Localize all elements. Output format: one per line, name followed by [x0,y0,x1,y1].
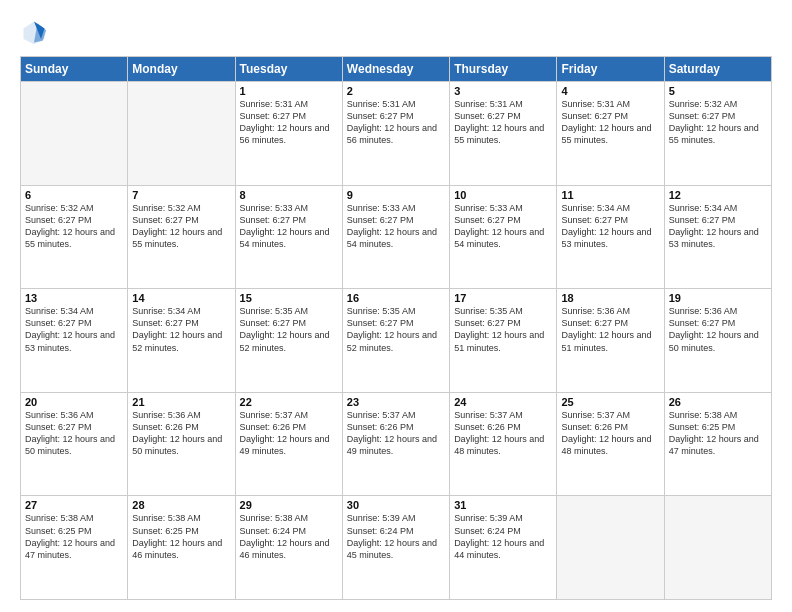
day-number: 31 [454,499,552,511]
day-number: 8 [240,189,338,201]
calendar-day-header: Monday [128,57,235,82]
day-number: 25 [561,396,659,408]
calendar-day-header: Tuesday [235,57,342,82]
day-number: 21 [132,396,230,408]
calendar-cell: 9Sunrise: 5:33 AM Sunset: 6:27 PM Daylig… [342,185,449,289]
calendar-cell: 4Sunrise: 5:31 AM Sunset: 6:27 PM Daylig… [557,82,664,186]
day-number: 10 [454,189,552,201]
day-info: Sunrise: 5:36 AM Sunset: 6:27 PM Dayligh… [561,305,659,354]
day-number: 29 [240,499,338,511]
day-info: Sunrise: 5:37 AM Sunset: 6:26 PM Dayligh… [347,409,445,458]
calendar-cell: 20Sunrise: 5:36 AM Sunset: 6:27 PM Dayli… [21,392,128,496]
calendar-cell: 3Sunrise: 5:31 AM Sunset: 6:27 PM Daylig… [450,82,557,186]
day-info: Sunrise: 5:35 AM Sunset: 6:27 PM Dayligh… [240,305,338,354]
day-info: Sunrise: 5:38 AM Sunset: 6:25 PM Dayligh… [132,512,230,561]
day-number: 26 [669,396,767,408]
day-number: 22 [240,396,338,408]
day-number: 16 [347,292,445,304]
day-info: Sunrise: 5:37 AM Sunset: 6:26 PM Dayligh… [454,409,552,458]
calendar-cell: 28Sunrise: 5:38 AM Sunset: 6:25 PM Dayli… [128,496,235,600]
day-info: Sunrise: 5:35 AM Sunset: 6:27 PM Dayligh… [454,305,552,354]
calendar-day-header: Friday [557,57,664,82]
calendar-cell: 14Sunrise: 5:34 AM Sunset: 6:27 PM Dayli… [128,289,235,393]
calendar-cell: 2Sunrise: 5:31 AM Sunset: 6:27 PM Daylig… [342,82,449,186]
day-number: 19 [669,292,767,304]
day-number: 30 [347,499,445,511]
calendar-cell: 7Sunrise: 5:32 AM Sunset: 6:27 PM Daylig… [128,185,235,289]
day-info: Sunrise: 5:31 AM Sunset: 6:27 PM Dayligh… [454,98,552,147]
day-info: Sunrise: 5:38 AM Sunset: 6:25 PM Dayligh… [25,512,123,561]
page-header [20,18,772,46]
day-number: 14 [132,292,230,304]
calendar-cell: 12Sunrise: 5:34 AM Sunset: 6:27 PM Dayli… [664,185,771,289]
calendar-cell: 23Sunrise: 5:37 AM Sunset: 6:26 PM Dayli… [342,392,449,496]
calendar-day-header: Wednesday [342,57,449,82]
calendar-week-row: 1Sunrise: 5:31 AM Sunset: 6:27 PM Daylig… [21,82,772,186]
logo [20,18,52,46]
day-info: Sunrise: 5:34 AM Sunset: 6:27 PM Dayligh… [132,305,230,354]
day-info: Sunrise: 5:31 AM Sunset: 6:27 PM Dayligh… [561,98,659,147]
calendar-cell: 17Sunrise: 5:35 AM Sunset: 6:27 PM Dayli… [450,289,557,393]
day-number: 7 [132,189,230,201]
day-info: Sunrise: 5:37 AM Sunset: 6:26 PM Dayligh… [561,409,659,458]
day-number: 13 [25,292,123,304]
calendar-cell [21,82,128,186]
calendar-cell [557,496,664,600]
day-number: 23 [347,396,445,408]
day-info: Sunrise: 5:34 AM Sunset: 6:27 PM Dayligh… [25,305,123,354]
calendar-cell: 15Sunrise: 5:35 AM Sunset: 6:27 PM Dayli… [235,289,342,393]
day-number: 28 [132,499,230,511]
day-info: Sunrise: 5:37 AM Sunset: 6:26 PM Dayligh… [240,409,338,458]
calendar-cell: 31Sunrise: 5:39 AM Sunset: 6:24 PM Dayli… [450,496,557,600]
calendar-cell: 29Sunrise: 5:38 AM Sunset: 6:24 PM Dayli… [235,496,342,600]
day-info: Sunrise: 5:36 AM Sunset: 6:26 PM Dayligh… [132,409,230,458]
day-info: Sunrise: 5:31 AM Sunset: 6:27 PM Dayligh… [240,98,338,147]
calendar-cell [664,496,771,600]
day-number: 3 [454,85,552,97]
calendar-cell [128,82,235,186]
calendar-day-header: Thursday [450,57,557,82]
calendar-table: SundayMondayTuesdayWednesdayThursdayFrid… [20,56,772,600]
day-info: Sunrise: 5:38 AM Sunset: 6:25 PM Dayligh… [669,409,767,458]
calendar-week-row: 20Sunrise: 5:36 AM Sunset: 6:27 PM Dayli… [21,392,772,496]
calendar-cell: 1Sunrise: 5:31 AM Sunset: 6:27 PM Daylig… [235,82,342,186]
logo-icon [20,18,48,46]
day-number: 24 [454,396,552,408]
calendar-cell: 10Sunrise: 5:33 AM Sunset: 6:27 PM Dayli… [450,185,557,289]
calendar-day-header: Saturday [664,57,771,82]
calendar-cell: 22Sunrise: 5:37 AM Sunset: 6:26 PM Dayli… [235,392,342,496]
calendar-cell: 6Sunrise: 5:32 AM Sunset: 6:27 PM Daylig… [21,185,128,289]
calendar-cell: 21Sunrise: 5:36 AM Sunset: 6:26 PM Dayli… [128,392,235,496]
day-number: 6 [25,189,123,201]
calendar-cell: 30Sunrise: 5:39 AM Sunset: 6:24 PM Dayli… [342,496,449,600]
calendar-cell: 18Sunrise: 5:36 AM Sunset: 6:27 PM Dayli… [557,289,664,393]
day-number: 15 [240,292,338,304]
calendar-cell: 16Sunrise: 5:35 AM Sunset: 6:27 PM Dayli… [342,289,449,393]
day-number: 20 [25,396,123,408]
day-number: 5 [669,85,767,97]
day-number: 12 [669,189,767,201]
calendar-day-header: Sunday [21,57,128,82]
calendar-cell: 13Sunrise: 5:34 AM Sunset: 6:27 PM Dayli… [21,289,128,393]
calendar-cell: 8Sunrise: 5:33 AM Sunset: 6:27 PM Daylig… [235,185,342,289]
calendar-cell: 11Sunrise: 5:34 AM Sunset: 6:27 PM Dayli… [557,185,664,289]
day-info: Sunrise: 5:32 AM Sunset: 6:27 PM Dayligh… [132,202,230,251]
day-info: Sunrise: 5:39 AM Sunset: 6:24 PM Dayligh… [454,512,552,561]
day-number: 4 [561,85,659,97]
day-info: Sunrise: 5:39 AM Sunset: 6:24 PM Dayligh… [347,512,445,561]
calendar-cell: 24Sunrise: 5:37 AM Sunset: 6:26 PM Dayli… [450,392,557,496]
day-info: Sunrise: 5:35 AM Sunset: 6:27 PM Dayligh… [347,305,445,354]
day-info: Sunrise: 5:34 AM Sunset: 6:27 PM Dayligh… [561,202,659,251]
day-info: Sunrise: 5:32 AM Sunset: 6:27 PM Dayligh… [669,98,767,147]
day-number: 27 [25,499,123,511]
day-info: Sunrise: 5:34 AM Sunset: 6:27 PM Dayligh… [669,202,767,251]
calendar-week-row: 27Sunrise: 5:38 AM Sunset: 6:25 PM Dayli… [21,496,772,600]
calendar-cell: 27Sunrise: 5:38 AM Sunset: 6:25 PM Dayli… [21,496,128,600]
calendar-header-row: SundayMondayTuesdayWednesdayThursdayFrid… [21,57,772,82]
day-info: Sunrise: 5:33 AM Sunset: 6:27 PM Dayligh… [347,202,445,251]
calendar-cell: 5Sunrise: 5:32 AM Sunset: 6:27 PM Daylig… [664,82,771,186]
calendar-week-row: 13Sunrise: 5:34 AM Sunset: 6:27 PM Dayli… [21,289,772,393]
day-number: 18 [561,292,659,304]
day-number: 2 [347,85,445,97]
day-number: 9 [347,189,445,201]
